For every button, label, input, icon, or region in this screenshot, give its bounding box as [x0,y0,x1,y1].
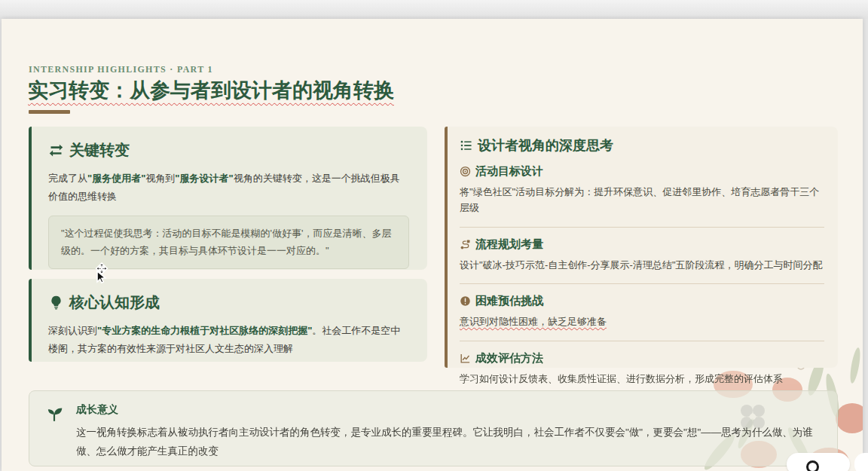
slide-eyebrow: INTERNSHIP HIGHLIGHTS · PART 1 [29,64,213,75]
route-icon [460,239,471,250]
partial-logo-glyph [806,460,819,471]
body-text: 深刻认识到 [48,325,97,336]
growth-significance-card: 成长意义 这一视角转换标志着从被动执行者向主动设计者的角色转变，是专业成长的重要… [29,390,838,466]
item-title-text: 活动目标设计 [475,164,543,179]
item-body-text: 将"绿色社区"活动目标分解为：提升环保意识、促进邻里协作、培育志愿者骨干三个层级 [460,185,824,216]
item-title-text: 流程规划考量 [475,237,543,252]
item-heading-row: 活动目标设计 [460,164,824,179]
floating-pill-button[interactable] [787,453,850,471]
item-body-text: 设计"破冰-技巧示范-自主创作-分享展示-清理总结"五阶段流程，明确分工与时间分… [460,258,824,274]
list-item: 流程规划考量 设计"破冰-技巧示范-自主创作-分享展示-清理总结"五阶段流程，明… [460,228,824,285]
highlight-text: "服务使用者" [87,173,145,184]
page-title: 实习转变：从参与者到设计者的视角转换 [28,77,394,104]
swap-arrows-icon [48,142,64,158]
card-title-text: 核心认知形成 [69,292,160,313]
body-text: 视角到 [145,173,175,184]
panel-title-text: 设计者视角的深度思考 [478,136,613,154]
reflection-quote: "这个过程促使我思考：活动的目标不能是模糊的'做好事'，而应是清晰、多层级的。一… [48,216,409,269]
footer-text-block: 成长意义 这一视角转换标志着从被动执行者向主动设计者的角色转变，是专业成长的重要… [76,403,821,466]
slide-canvas: INTERNSHIP HIGHLIGHTS · PART 1 实习转变：从参与者… [2,19,863,471]
core-cognition-card: 核心认知形成 深刻认识到"专业方案的生命力根植于对社区脉络的深刻把握"。社会工作… [29,279,427,362]
window-top-strip [0,0,868,19]
card-title-row: 核心认知形成 [48,292,409,313]
list-item: 活动目标设计 将"绿色社区"活动目标分解为：提升环保意识、促进邻里协作、培育志愿… [460,154,824,228]
designer-perspective-panel: 设计者视角的深度思考 活动目标设计 将"绿色社区"活动目标分解为：提升环保意识、… [445,127,838,368]
seedling-icon [44,403,64,423]
key-transition-card: 关键转变 完成了从"服务使用者"视角到"服务设计者"视角的关键转变，这是一个挑战… [29,127,427,270]
panel-title-row: 设计者视角的深度思考 [460,136,824,154]
card-body-text: 完成了从"服务使用者"视角到"服务设计者"视角的关键转变，这是一个挑战但极具价值… [48,170,409,206]
floating-pill-button-edge[interactable] [854,453,868,471]
footer-title-text: 成长意义 [76,403,821,417]
target-icon [460,166,471,177]
item-title-text: 困难预估挑战 [475,294,543,308]
lightbulb-icon [48,295,64,310]
item-title-text: 成效评估方法 [475,351,543,365]
item-heading-row: 流程规划考量 [460,237,824,252]
item-body-text: 学习如何设计反馈表、收集质性证据、进行数据分析，形成完整的评估体系 [460,372,824,387]
highlight-text: "服务设计者" [175,173,233,184]
alert-circle-icon [460,295,471,307]
item-heading-row: 成效评估方法 [460,351,824,365]
body-text: 完成了从 [48,173,87,184]
highlight-text: "专业方案的生命力根植于对社区脉络的深刻把握" [97,325,312,336]
list-item: 成效评估方法 学习如何设计反馈表、收集质性证据、进行数据分析，形成完整的评估体系 [460,341,824,398]
list-icon [460,139,473,152]
misspelled-text: 意识到对隐性困难，缺乏足够准备 [460,316,607,327]
icon-wrap [44,403,64,466]
trend-chart-icon [460,353,471,364]
item-heading-row: 困难预估挑战 [460,294,824,308]
footer-body-text: 这一视角转换标志着从被动执行者向主动设计者的角色转变，是专业成长的重要里程碑。它… [76,424,821,461]
card-title-row: 关键转变 [48,140,409,161]
move-cursor-icon [92,262,112,285]
item-body-text: 意识到对隐性困难，缺乏足够准备 [460,314,824,330]
title-accent-bar [29,110,70,114]
card-body-text: 深刻认识到"专业方案的生命力根植于对社区脉络的深刻把握"。社会工作不是空中楼阁，… [48,322,409,358]
card-title-text: 关键转变 [69,140,130,161]
window-right-strip [863,19,868,471]
list-item: 困难预估挑战 意识到对隐性困难，缺乏足够准备 [460,284,824,341]
